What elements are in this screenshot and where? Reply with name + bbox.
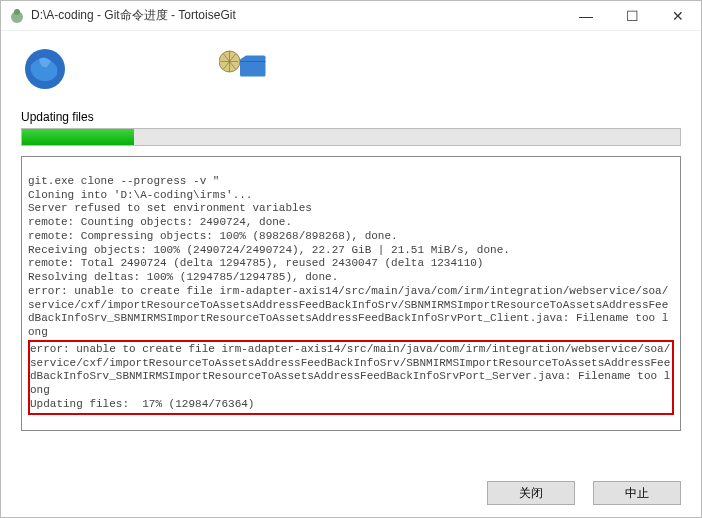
log-line: Receiving objects: 100% (2490724/2490724… — [28, 244, 510, 256]
destination-icon — [219, 45, 267, 93]
maximize-button[interactable]: ☐ — [609, 1, 655, 30]
log-line: remote: Compressing objects: 100% (89826… — [28, 230, 398, 242]
log-line: Server refused to set environment variab… — [28, 202, 312, 214]
abort-button[interactable]: 中止 — [593, 481, 681, 505]
status-label: Updating files — [1, 106, 701, 126]
tortoisegit-icon — [9, 8, 25, 24]
window-controls: — ☐ ✕ — [563, 1, 701, 30]
animation-row — [1, 31, 701, 106]
log-line: git.exe clone --progress -v " — [28, 175, 219, 187]
log-line: Cloning into 'D:\A-coding\irms'... — [28, 189, 252, 201]
log-line: remote: Counting objects: 2490724, done. — [28, 216, 292, 228]
error-highlight: error: unable to create file irm-adapter… — [28, 340, 674, 415]
log-line: Resolving deltas: 100% (1294785/1294785)… — [28, 271, 338, 283]
log-output[interactable]: git.exe clone --progress -v " Cloning in… — [21, 156, 681, 431]
titlebar: D:\A-coding - Git命令进度 - TortoiseGit — ☐ … — [1, 1, 701, 31]
minimize-button[interactable]: — — [563, 1, 609, 30]
globe-icon — [21, 45, 69, 93]
log-line: error: unable to create file irm-adapter… — [28, 285, 668, 338]
log-line: error: unable to create file irm-adapter… — [30, 343, 670, 396]
close-window-button[interactable]: ✕ — [655, 1, 701, 30]
window-title: D:\A-coding - Git命令进度 - TortoiseGit — [31, 7, 563, 24]
dialog-buttons: 关闭 中止 — [487, 481, 681, 505]
svg-point-1 — [14, 9, 20, 15]
close-button[interactable]: 关闭 — [487, 481, 575, 505]
progress-fill — [22, 129, 134, 145]
log-line: Updating files: 17% (12984/76364) — [30, 398, 254, 410]
progress-bar — [21, 128, 681, 146]
log-line: remote: Total 2490724 (delta 1294785), r… — [28, 257, 483, 269]
